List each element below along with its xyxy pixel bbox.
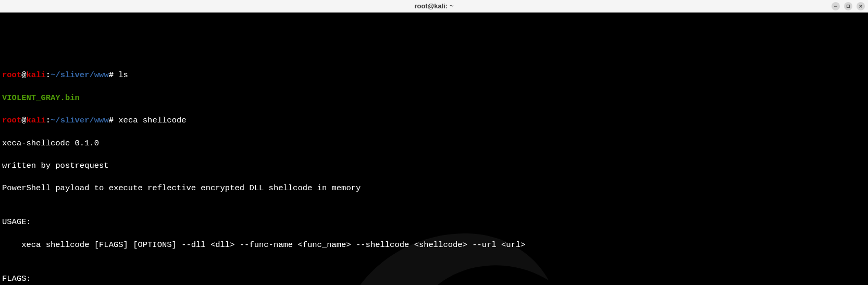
help-description: PowerShell payload to execute reflective… — [2, 183, 866, 194]
maximize-button[interactable] — [844, 2, 852, 10]
prompt-path: ~/sliver/www — [51, 70, 109, 80]
terminal-viewport[interactable]: root@kali:~/sliver/www# ls VIOLENT_GRAY.… — [0, 13, 868, 285]
flags-header: FLAGS: — [2, 274, 866, 285]
help-author: written by postrequest — [2, 160, 866, 172]
prompt-user: root — [2, 70, 21, 80]
usage-line: xeca shellcode [FLAGS] [OPTIONS] --dll <… — [2, 240, 866, 251]
minimize-icon — [834, 4, 838, 8]
window-controls — [832, 2, 865, 10]
help-version: xeca-shellcode 0.1.0 — [2, 138, 866, 150]
window-titlebar: root@kali: ~ — [0, 0, 868, 13]
maximize-icon — [846, 4, 850, 8]
usage-header: USAGE: — [2, 217, 866, 228]
ls-output-file: VIOLENT_GRAY.bin — [2, 93, 866, 104]
prompt-host: kali — [27, 70, 46, 80]
svg-rect-1 — [847, 5, 850, 8]
minimize-button[interactable] — [832, 2, 840, 10]
prompt-line-2: root@kali:~/sliver/www# xeca shellcode — [2, 115, 866, 127]
prompt-at: @ — [21, 70, 26, 80]
window-title: root@kali: ~ — [414, 2, 453, 11]
prompt-line-1: root@kali:~/sliver/www# ls — [2, 70, 866, 81]
command-xeca-help: xeca shellcode — [118, 116, 186, 125]
close-button[interactable] — [857, 2, 865, 10]
prompt-symbol: # — [109, 70, 114, 80]
prompt-colon: : — [46, 70, 51, 80]
close-icon — [859, 4, 863, 8]
command-ls: ls — [118, 70, 128, 80]
